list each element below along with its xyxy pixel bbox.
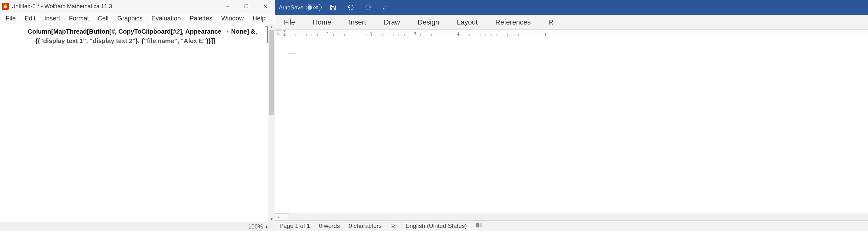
ruler-tick bbox=[393, 34, 394, 36]
ruler-tick bbox=[437, 34, 437, 36]
tab-selector[interactable]: L bbox=[275, 31, 281, 36]
code-t: ], Appearance → None] &, bbox=[180, 28, 257, 35]
tab-design[interactable]: Design bbox=[409, 15, 448, 29]
view-buttons bbox=[476, 222, 483, 229]
code-cell[interactable]: Column[MapThread[Button[#, CopyToClipboa… bbox=[0, 24, 269, 222]
tab-home[interactable]: Home bbox=[304, 15, 340, 29]
scroll-up-arrow[interactable]: ▲ bbox=[269, 24, 275, 30]
hscroll-track[interactable] bbox=[289, 214, 868, 220]
ruler-tick bbox=[469, 34, 470, 36]
ruler-tick bbox=[388, 34, 388, 36]
menu-evaluation[interactable]: Evaluation bbox=[147, 13, 185, 24]
ruler-tick bbox=[382, 34, 383, 36]
menu-window[interactable]: Window bbox=[217, 13, 248, 24]
mathematica-titlebar: Untitled-5 * - Wolfram Mathematica 11.3 bbox=[0, 0, 275, 12]
spellcheck-icon[interactable] bbox=[390, 223, 397, 229]
menu-edit[interactable]: Edit bbox=[20, 13, 40, 24]
ruler-tick bbox=[306, 34, 307, 36]
ruler-tick bbox=[284, 33, 285, 36]
hscroll-thumb[interactable] bbox=[282, 214, 289, 220]
word-titlebar: AutoSave Off —▾ bbox=[275, 0, 868, 15]
scroll-thumb[interactable] bbox=[269, 30, 274, 115]
svg-rect-10 bbox=[479, 223, 483, 228]
save-button[interactable] bbox=[327, 1, 339, 14]
ruler-tick bbox=[290, 34, 290, 36]
ruler-tick bbox=[480, 34, 480, 36]
autosave-toggle[interactable]: Off bbox=[306, 4, 322, 11]
word-window: AutoSave Off —▾ File Home Insert Draw De… bbox=[275, 0, 868, 231]
code-str2: "display text 2" bbox=[90, 37, 135, 44]
mathematica-app-icon bbox=[2, 3, 9, 10]
ruler-tick bbox=[513, 34, 513, 36]
document-area[interactable] bbox=[275, 37, 868, 214]
status-page[interactable]: Page 1 of 1 bbox=[279, 223, 310, 229]
vertical-scrollbar[interactable]: ▲ ▼ bbox=[269, 24, 275, 222]
undo-button[interactable] bbox=[344, 1, 357, 14]
menu-palettes[interactable]: Palettes bbox=[185, 13, 217, 24]
window-controls bbox=[218, 0, 275, 12]
word-statusbar: Page 1 of 1 0 words 0 characters English… bbox=[275, 220, 868, 231]
menu-graphics[interactable]: Graphics bbox=[113, 13, 147, 24]
ruler-tick bbox=[458, 33, 459, 36]
tab-layout[interactable]: Layout bbox=[448, 15, 487, 29]
ruler-tick bbox=[518, 34, 519, 36]
scroll-track[interactable] bbox=[269, 30, 275, 216]
menu-help[interactable]: Help bbox=[248, 13, 270, 24]
ruler-tick bbox=[535, 34, 535, 36]
menu-file[interactable]: File bbox=[1, 13, 20, 24]
horizontal-ruler[interactable]: L 1 2 3 4 bbox=[275, 30, 868, 37]
status-chars[interactable]: 0 characters bbox=[349, 223, 382, 229]
hscroll-left-button[interactable]: ◂ bbox=[275, 214, 282, 220]
autosave-control[interactable]: AutoSave Off bbox=[279, 4, 322, 11]
ruler-tick bbox=[371, 33, 372, 36]
ruler-tick bbox=[491, 34, 492, 36]
qat-customize-icon[interactable]: —▾ bbox=[383, 6, 386, 9]
ruler-tick bbox=[322, 34, 323, 36]
ruler-tick bbox=[377, 34, 377, 36]
status-language[interactable]: English (United States) bbox=[405, 223, 467, 229]
tab-partial[interactable]: R bbox=[540, 15, 562, 29]
autosave-state: Off bbox=[313, 6, 318, 9]
close-button[interactable] bbox=[256, 0, 275, 12]
ruler-tick bbox=[453, 34, 454, 36]
maximize-button[interactable] bbox=[237, 0, 256, 12]
svg-rect-9 bbox=[476, 223, 479, 228]
code-t: }, { bbox=[135, 37, 144, 44]
ruler-tick bbox=[448, 34, 448, 36]
ruler-tick bbox=[529, 34, 529, 36]
tab-draw[interactable]: Draw bbox=[375, 15, 409, 29]
ruler-tick bbox=[312, 34, 312, 36]
zoom-level[interactable]: 100% bbox=[248, 224, 263, 230]
ruler-tick bbox=[551, 34, 551, 36]
code-slot1: # bbox=[112, 28, 115, 35]
zoom-dropdown-icon[interactable]: ▲ bbox=[265, 224, 269, 229]
ruler-tick bbox=[486, 34, 486, 36]
code-str1: "display text 1" bbox=[40, 37, 86, 44]
ruler-tick bbox=[540, 34, 540, 36]
ruler-tick bbox=[431, 34, 432, 36]
menu-cell[interactable]: Cell bbox=[93, 13, 113, 24]
ruler-tick bbox=[524, 34, 524, 36]
horizontal-scrollbar[interactable]: ◂ bbox=[275, 214, 868, 220]
minimize-button[interactable] bbox=[218, 0, 237, 12]
ruler-tick bbox=[442, 34, 442, 36]
ruler-tick bbox=[415, 33, 415, 36]
ruler-tick bbox=[475, 34, 475, 36]
tab-references[interactable]: References bbox=[487, 15, 540, 29]
redo-button[interactable] bbox=[362, 1, 375, 14]
ruler-tick bbox=[404, 34, 405, 36]
cell-bracket[interactable] bbox=[265, 27, 268, 43]
status-words[interactable]: 0 words bbox=[319, 223, 340, 229]
read-mode-button[interactable] bbox=[476, 222, 483, 229]
code-t: Column[MapThread[Button[ bbox=[28, 28, 112, 35]
ruler-tick bbox=[355, 34, 355, 36]
scroll-down-arrow[interactable]: ▼ bbox=[269, 216, 275, 222]
ruler-tick bbox=[502, 33, 502, 36]
tab-insert[interactable]: Insert bbox=[340, 15, 375, 29]
menu-insert[interactable]: Insert bbox=[40, 13, 65, 24]
ruler-tick bbox=[464, 34, 464, 36]
tab-file[interactable]: File bbox=[275, 15, 304, 29]
menu-format[interactable]: Format bbox=[65, 13, 93, 24]
autosave-label: AutoSave bbox=[279, 4, 303, 11]
svg-rect-8 bbox=[391, 224, 396, 228]
